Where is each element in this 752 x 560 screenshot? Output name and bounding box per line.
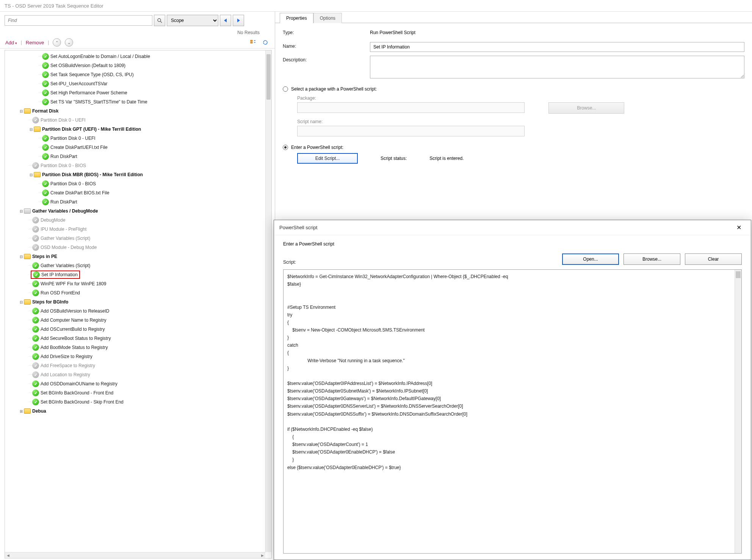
tree-node[interactable]: ⋯OSD Module - Debug Mode [5,243,265,252]
tree-node[interactable]: ⋯Run OSD FrontEnd [5,288,265,297]
tree-node-label: Set AutoLogonEnable to Domain / Local / … [50,54,150,59]
check-icon [32,326,39,333]
tree-node[interactable]: ⋯Add OSDDomainOUName to Registry [5,379,265,388]
tree-node[interactable]: ⋯Set IP Information [5,270,265,279]
script-textarea[interactable]: $NetworkInfo = Get-CimInstance Win32_Net… [283,269,742,554]
task-tree[interactable]: ⋯Set AutoLogonEnable to Domain / Local /… [5,50,265,552]
tree-node[interactable]: ⋯Set-IPU_UserAccountTSVar [5,79,265,88]
tree-node-label: Set IP Information [41,272,78,277]
tree-node[interactable]: ⋯Add OSCurrentBuild to Registry [5,325,265,334]
tree-node[interactable]: ⋯Gather Variables (Script) [5,234,265,243]
expand-icon[interactable] [19,209,24,213]
tree-node[interactable]: ⋯Partition Disk 0 - UEFI [5,134,265,143]
check-icon [42,144,49,151]
tree-node[interactable]: ⋯Set BGInfo BackGround - Skip Front End [5,397,265,407]
tree-node[interactable]: Partition Disk GPT (UEFI) - Mike Terrill… [5,125,265,134]
tree-node[interactable]: ⋯Create DiskPartUEFI.txt File [5,143,265,152]
tree-node[interactable]: ⋯Partition Disk 0 - BIOS [5,179,265,188]
name-field[interactable] [370,42,744,52]
tab-options[interactable]: Options [313,13,342,23]
description-field[interactable] [370,56,744,78]
tree-node[interactable]: ⋯Add Computer Name to Registry [5,316,265,325]
check-icon [42,135,49,142]
tree-node[interactable]: ⋯Partition Disk 0 - UEFI [5,116,265,125]
no-results-label: No Results [0,29,275,37]
move-down-icon[interactable]: ⌄ [65,38,73,47]
tool-icon-2[interactable] [261,38,269,47]
tree-node[interactable]: Steps for BGInfo [5,297,265,307]
expand-icon[interactable] [28,173,34,177]
tree-node[interactable]: ⋯Add Location to Registry [5,370,265,379]
search-input[interactable] [5,15,152,26]
tree-node[interactable]: ⋯Add FreeSpace to Registry [5,361,265,370]
check-icon [42,180,49,187]
tree-node[interactable]: ⋯Add DriveSize to Registry [5,352,265,361]
expand-icon[interactable] [19,409,24,413]
tree-node[interactable]: ⋯Partition Disk 0 - BIOS [5,161,265,170]
remove-button[interactable]: Remove [26,40,44,45]
tool-icon-1[interactable] [249,38,257,47]
expand-icon[interactable] [19,300,24,304]
expand-icon[interactable] [28,127,34,131]
tree-node[interactable]: ⋯Set Task Sequence Type (OSD, CS, IPU) [5,70,265,79]
description-label: Description: [283,56,370,63]
tree-hscrollbar[interactable]: ◀▶ [5,552,265,558]
tree-node[interactable]: ⋯Run DiskPart [5,197,265,206]
tab-properties[interactable]: Properties [280,13,313,23]
tree-node[interactable]: ⋯Gather Variables (Script) [5,261,265,270]
radio-enter-script[interactable] [283,145,288,150]
check-icon [32,380,39,387]
highlighted-step: Set IP Information [31,271,80,279]
expand-icon[interactable] [19,109,24,113]
tree-node[interactable]: Partition Disk MBR (BIOS) - Mike Terrill… [5,170,265,179]
tree-node[interactable]: Steps in PE [5,252,265,261]
tree-node[interactable]: ⋯WinPE WPF Fix for WinPE 1809 [5,279,265,288]
name-label: Name: [283,42,370,49]
tree-node-label: Partition Disk MBR (BIOS) - Mike Terrill… [42,172,143,177]
check-icon [42,99,49,105]
check-icon [42,80,49,87]
tree-node[interactable]: ⋯DebugMode [5,216,265,225]
browse-button[interactable]: Browse... [624,253,680,265]
check-icon [32,353,39,360]
tree-node[interactable]: ⋯Add OSBuildVersion to ReleaseID [5,307,265,316]
script-vscrollbar[interactable] [735,270,741,553]
clear-button[interactable]: Clear [685,253,742,265]
tree-node[interactable]: Debua [5,407,265,416]
tree-node[interactable]: ⋯IPU Module - PreFlight [5,225,265,234]
tree-node-label: Partition Disk 0 - BIOS [50,181,96,186]
radio-select-package[interactable] [283,86,288,92]
tree-node-label: Partition Disk GPT (UEFI) - Mike Terrill… [42,127,141,132]
powershell-script-dialog: PowerShell script ✕ Enter a PowerShell s… [274,220,751,560]
svg-point-0 [158,19,161,22]
edit-script-button[interactable]: Edit Script... [297,153,358,164]
folder-icon [24,299,31,305]
tree-node[interactable]: ⋯Set OSBuildVersion (Default to 1809) [5,61,265,70]
search-icon[interactable] [154,15,165,26]
tree-node[interactable]: ⋯Set AutoLogonEnable to Domain / Local /… [5,52,265,61]
close-icon[interactable]: ✕ [732,222,746,233]
tree-node-label: Gather Variables (Script) [41,263,90,268]
tree-node[interactable]: Format Disk [5,106,265,116]
open-button[interactable]: Open... [562,253,619,265]
tree-node[interactable]: ⋯Add SecureBoot Status to Registry [5,334,265,343]
type-value: Run PowerShell Script [370,28,744,38]
tree-node[interactable]: ⋯Run DiskPart [5,152,265,161]
tree-node[interactable]: ⋯Set TS Var "SMSTS_StartTSTime" to Date … [5,97,265,106]
tree-node[interactable]: ⋯Create DiskPart BIOS.txt File [5,188,265,197]
check-icon [32,289,39,296]
svg-rect-2 [251,40,252,41]
scope-select[interactable]: Scope [167,15,218,26]
tree-vscrollbar[interactable] [265,50,271,552]
expand-icon[interactable] [19,255,24,259]
prev-result-button[interactable] [220,15,231,26]
move-up-icon[interactable]: ⌃ [53,38,61,47]
tree-node[interactable]: ⋯Add BootMode Status to Registry [5,343,265,352]
add-button[interactable]: Add [5,40,17,45]
check-icon [32,335,39,342]
next-result-button[interactable] [233,15,244,26]
tree-node-label: Set High Performance Power Scheme [50,90,127,95]
tree-node[interactable]: ⋯Set BGInfo BackGround - Front End [5,388,265,397]
tree-node[interactable]: ⋯Set High Performance Power Scheme [5,88,265,97]
tree-node[interactable]: Gather Variables / DebugMode [5,206,265,216]
